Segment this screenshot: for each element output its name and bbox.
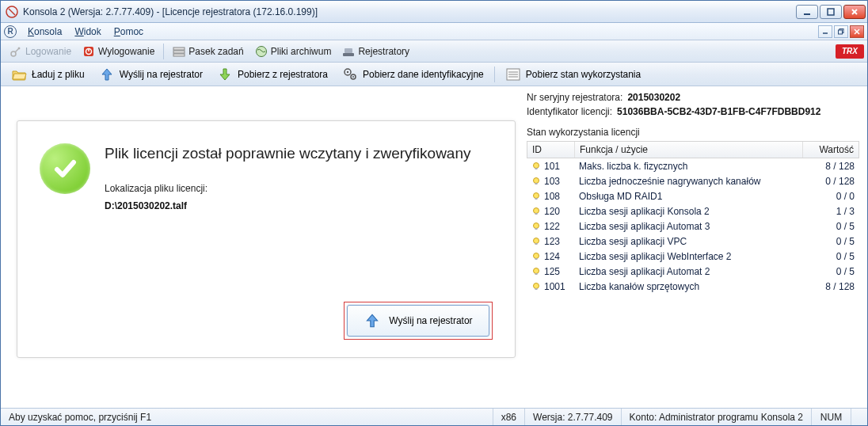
cell-fn: Liczba kanałów sprzętowych xyxy=(574,281,804,292)
svg-point-45 xyxy=(534,268,539,273)
gears-icon xyxy=(342,67,358,82)
arrow-down-icon xyxy=(217,67,233,82)
taskbar-button[interactable]: Pasek zadań xyxy=(167,43,249,60)
send-label: Wyślij na rejestrator xyxy=(120,69,203,80)
separator xyxy=(163,44,164,59)
th-fn[interactable]: Funkcja / użycie xyxy=(575,142,803,158)
table-row[interactable]: 125Liczba sesji aplikacji Automat 20 / 5 xyxy=(527,264,859,279)
cell-fn: Obsługa MD RAID1 xyxy=(574,191,804,202)
license-title: Plik licencji został poprawnie wczytany … xyxy=(105,143,471,164)
table-row[interactable]: 124Liczba sesji aplikacji WebInterface 2… xyxy=(527,249,859,264)
taskbar-icon xyxy=(173,45,185,58)
app-icon xyxy=(6,6,18,18)
svg-rect-32 xyxy=(535,168,538,169)
arrow-up-icon xyxy=(99,67,115,82)
menu-pomoc[interactable]: Pomoc xyxy=(108,25,150,39)
load-from-file-button[interactable]: Ładuj z pliku xyxy=(4,64,92,85)
table-body: 101Maks. liczba k. fizycznych8 / 128103L… xyxy=(527,158,859,294)
maximize-button[interactable] xyxy=(820,5,842,19)
mdi-buttons xyxy=(817,25,864,38)
cell-fn: Liczba sesji aplikacji WebInterface 2 xyxy=(574,251,804,262)
svg-point-41 xyxy=(534,238,539,243)
right-pane: Nr seryjny rejestratora: 2015030202 Iden… xyxy=(523,87,867,408)
serial-value: 2015030202 xyxy=(627,92,680,103)
get-id-data-button[interactable]: Pobierz dane identyfikacyjne xyxy=(335,64,491,85)
send-button-highlight: Wyślij na rejestrator xyxy=(344,302,493,340)
mdi-close-button[interactable] xyxy=(850,25,864,38)
usage-table: ID Funkcja / użycie Wartość 101Maks. lic… xyxy=(527,141,859,294)
svg-rect-36 xyxy=(535,198,538,200)
recorder-icon xyxy=(342,45,355,58)
download-from-recorder-button[interactable]: Pobierz z rejestratora xyxy=(210,64,335,85)
svg-rect-40 xyxy=(535,228,538,230)
minimize-button[interactable] xyxy=(796,5,818,19)
cell-id: 1001 xyxy=(527,281,574,292)
th-id[interactable]: ID xyxy=(527,142,575,158)
svg-rect-38 xyxy=(535,213,538,215)
mdi-minimize-button[interactable] xyxy=(818,25,832,38)
send-to-recorder-main-button[interactable]: Wyślij na rejestrator xyxy=(347,305,489,337)
cell-val: 0 / 5 xyxy=(804,251,859,262)
svg-rect-8 xyxy=(839,30,843,34)
usage-title: Stan wykorzystania licencji xyxy=(527,127,859,138)
cell-val: 0 / 5 xyxy=(804,221,859,232)
menu-konsola[interactable]: Konsola xyxy=(21,25,68,39)
th-val[interactable]: Wartość xyxy=(803,142,858,158)
archive-label: Pliki archiwum xyxy=(271,46,332,57)
license-path: D:\2015030202.talf xyxy=(105,200,471,211)
cell-val: 0 / 0 xyxy=(804,191,859,202)
recorders-label: Rejestratory xyxy=(358,46,409,57)
window-title: Konsola 2 (Wersja: 2.7.77.409) - [Licenc… xyxy=(23,6,796,17)
table-row[interactable]: 122Liczba sesji aplikacji Automat 30 / 5 xyxy=(527,219,859,234)
license-panel: Plik licencji został poprawnie wczytany … xyxy=(17,120,516,358)
load-label: Ładuj z pliku xyxy=(32,69,85,80)
statusbar: Aby uzyskać pomoc, przyciśnij F1 x86 Wer… xyxy=(1,408,867,425)
cell-fn: Liczba jednocześnie nagrywanych kanałów xyxy=(574,176,804,187)
svg-rect-34 xyxy=(535,183,538,184)
logout-button[interactable]: Wylogowanie xyxy=(77,43,160,60)
archive-files-button[interactable]: Pliki archiwum xyxy=(249,43,337,60)
svg-rect-18 xyxy=(173,51,185,53)
mdi-restore-button[interactable] xyxy=(834,25,848,38)
svg-point-37 xyxy=(534,207,539,213)
svg-point-24 xyxy=(347,70,348,72)
license-loc-label: Lokalizacja pliku licencji: xyxy=(105,183,471,194)
get-usage-button[interactable]: Pobierz stan wykorzystania xyxy=(498,64,648,85)
status-account: Konto: Administrator programu Konsola 2 xyxy=(622,409,812,425)
toolbar-main: Logowanie Wylogowanie Pasek zadań Pliki … xyxy=(1,40,867,63)
globe-icon xyxy=(255,45,268,58)
table-row[interactable]: 1001Liczba kanałów sprzętowych8 / 128 xyxy=(527,279,859,294)
svg-rect-46 xyxy=(535,273,538,275)
separator xyxy=(494,67,495,82)
cell-id: 108 xyxy=(527,191,574,202)
cell-id: 101 xyxy=(527,161,574,172)
cell-id: 120 xyxy=(527,206,574,217)
svg-point-43 xyxy=(534,253,539,258)
send-to-recorder-button[interactable]: Wyślij na rejestrator xyxy=(92,64,210,85)
table-row[interactable]: 101Maks. liczba k. fizycznych8 / 128 xyxy=(527,158,859,173)
window-buttons xyxy=(796,5,866,19)
recorders-button[interactable]: Rejestratory xyxy=(337,43,415,60)
table-row[interactable]: 120Liczba sesji aplikacji Konsola 21 / 3 xyxy=(527,203,859,219)
table-row[interactable]: 103Liczba jednocześnie nagrywanych kanał… xyxy=(527,173,859,188)
close-button[interactable] xyxy=(843,5,866,19)
login-button[interactable]: Logowanie xyxy=(4,43,77,60)
app-window: Konsola 2 (Wersja: 2.7.77.409) - [Licenc… xyxy=(0,0,868,426)
status-help: Aby uzyskać pomoc, przyciśnij F1 xyxy=(1,409,493,425)
status-version: Wersja: 2.7.77.409 xyxy=(525,409,622,425)
table-row[interactable]: 123Liczba sesji aplikacji VPC0 / 5 xyxy=(527,234,859,249)
svg-point-47 xyxy=(534,283,539,288)
app-r-icon: R xyxy=(4,25,17,38)
svg-line-1 xyxy=(9,9,15,15)
svg-point-26 xyxy=(352,76,354,78)
svg-rect-48 xyxy=(535,288,538,290)
serial-label: Nr seryjny rejestratora: xyxy=(527,92,622,103)
cell-fn: Liczba sesji aplikacji Konsola 2 xyxy=(574,206,804,217)
arrow-up-icon xyxy=(364,312,381,329)
key-icon xyxy=(10,45,22,58)
cell-val: 0 / 5 xyxy=(804,236,859,247)
svg-point-39 xyxy=(534,223,539,228)
menu-widok[interactable]: Widok xyxy=(68,25,107,39)
cell-fn: Liczba sesji aplikacji Automat 3 xyxy=(574,221,804,232)
table-row[interactable]: 108Obsługa MD RAID10 / 0 xyxy=(527,188,859,203)
